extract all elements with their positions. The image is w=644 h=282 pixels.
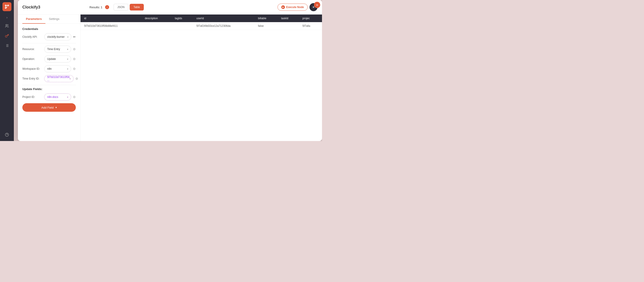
sidebar-toggle[interactable]: ›: [6, 15, 8, 20]
time-entry-id-input[interactable]: 5f7b010d73610f56 ... ▾: [44, 75, 74, 82]
add-field-button[interactable]: Add Field ▾: [22, 103, 76, 112]
workspace-id-row: Workspace ID: n8n ▾ ⚙: [22, 65, 76, 72]
left-panel-content: Credentials Clockify API: clockify-burne…: [18, 24, 80, 141]
cell-userid: 5f7af249d33ce12a712306da: [193, 22, 254, 30]
sidebar-item-help[interactable]: [3, 131, 11, 139]
modal-header: Clockify3 Results: 1 i JSON Table ▶ Exec…: [18, 0, 322, 14]
table-view-button[interactable]: Table: [130, 4, 144, 10]
cell-taskid: [278, 22, 299, 30]
resource-select[interactable]: Time Entry ▾: [44, 46, 71, 53]
col-billable: billable: [254, 14, 278, 22]
col-project: projec: [299, 14, 322, 22]
cell-description: [141, 22, 171, 30]
cell-billable: false: [254, 22, 278, 30]
tab-parameters[interactable]: Parameters: [22, 14, 46, 24]
chevron-down-icon: ▾: [67, 48, 68, 50]
view-toggle: JSON Table: [114, 4, 144, 10]
col-id: id: [80, 14, 141, 22]
workspace-id-label: Workspace ID:: [22, 67, 42, 70]
node-modal: Clockify3 Results: 1 i JSON Table ▶ Exec…: [18, 0, 322, 141]
sidebar-item-credentials[interactable]: [3, 32, 11, 40]
chevron-down-icon: ▾: [67, 36, 68, 38]
table-header: id description tagIds userId billable ta…: [80, 14, 322, 22]
cell-tagids: [171, 22, 193, 30]
table-header-row: id description tagIds userId billable ta…: [80, 14, 322, 22]
clockify-api-label: Clockify API:: [22, 35, 42, 38]
edit-credential-icon[interactable]: ✏: [73, 35, 76, 39]
sidebar-item-workflows[interactable]: [3, 41, 11, 50]
left-panel: Parameters Settings Credentials Clockify…: [18, 14, 80, 141]
chevron-down-icon: ▾: [67, 58, 68, 60]
credentials-section-label: Credentials: [22, 27, 76, 31]
results-count: Results: 1: [90, 5, 102, 9]
results-info-icon[interactable]: i: [105, 5, 109, 9]
modal-title: Clockify3: [22, 5, 40, 9]
clockify-api-row: Clockify API: clockify-burner ▾ ✏: [22, 33, 76, 40]
cell-project: 5f7afa-: [299, 22, 322, 30]
project-id-label: Project ID:: [22, 95, 42, 99]
project-id-gear-icon[interactable]: ⚙: [73, 95, 76, 99]
user-avatar[interactable]: n: [314, 2, 320, 8]
table-body: 5f7b010d73610f56b88ef411 5f7af249d33ce12…: [80, 22, 322, 30]
clockify-api-select[interactable]: clockify-burner ▾: [44, 33, 71, 40]
resource-row: Resource: Time Entry ▾ ⚙: [22, 46, 76, 53]
results-table: id description tagIds userId billable ta…: [80, 14, 322, 30]
json-view-button[interactable]: JSON: [114, 4, 128, 10]
svg-point-1: [8, 5, 9, 6]
tab-settings[interactable]: Settings: [46, 14, 63, 24]
col-description: description: [141, 14, 171, 22]
time-entry-id-row: Time Entry ID: 5f7b010d73610f56 ... ▾ ⚙: [22, 75, 76, 82]
update-fields-label: Update Fields:: [22, 87, 76, 91]
sidebar-item-users[interactable]: [3, 22, 11, 30]
workspace-id-select[interactable]: n8n ▾: [44, 65, 71, 72]
project-id-input[interactable]: n8n-docs ▾: [44, 93, 71, 101]
play-icon: ▶: [281, 5, 285, 9]
sidebar: ›: [0, 0, 14, 141]
table-row: 5f7b010d73610f56b88ef411 5f7af249d33ce12…: [80, 22, 322, 30]
chevron-down-icon: ▾: [67, 68, 68, 70]
tabs-bar: Parameters Settings: [18, 14, 80, 24]
time-entry-id-gear-icon[interactable]: ⚙: [75, 77, 78, 80]
divider-1: [22, 43, 76, 43]
divider-2: [22, 85, 76, 85]
right-panel: id description tagIds userId billable ta…: [80, 14, 322, 141]
table-container: id description tagIds userId billable ta…: [80, 14, 322, 141]
workspace-id-gear-icon[interactable]: ⚙: [73, 67, 76, 71]
col-tagids: tagIds: [171, 14, 193, 22]
app-logo[interactable]: [2, 2, 12, 11]
cell-id: 5f7b010d73610f56b88ef411: [80, 22, 141, 30]
svg-point-0: [5, 5, 6, 6]
col-userid: userId: [193, 14, 254, 22]
svg-point-6: [6, 24, 7, 26]
operation-row: Operation: Update ▾ ⚙: [22, 55, 76, 62]
resource-gear-icon[interactable]: ⚙: [73, 47, 76, 51]
resource-label: Resource:: [22, 48, 42, 51]
chevron-down-icon: ▾: [70, 77, 71, 80]
operation-gear-icon[interactable]: ⚙: [73, 57, 76, 61]
operation-select[interactable]: Update ▾: [44, 55, 71, 62]
col-taskid: taskId: [278, 14, 299, 22]
execute-node-button[interactable]: ▶ Execute Node: [278, 3, 308, 11]
project-id-row: Project ID: n8n-docs ▾ ⚙: [22, 93, 76, 101]
modal-body: Parameters Settings Credentials Clockify…: [18, 14, 322, 141]
operation-label: Operation:: [22, 57, 42, 60]
add-field-chevron: ▾: [56, 106, 57, 109]
svg-point-2: [5, 7, 6, 8]
chevron-down-icon: ▾: [67, 96, 68, 98]
svg-line-5: [6, 7, 7, 8]
time-entry-id-label: Time Entry ID:: [22, 77, 42, 80]
results-bar: Results: 1 i JSON Table: [45, 4, 278, 10]
